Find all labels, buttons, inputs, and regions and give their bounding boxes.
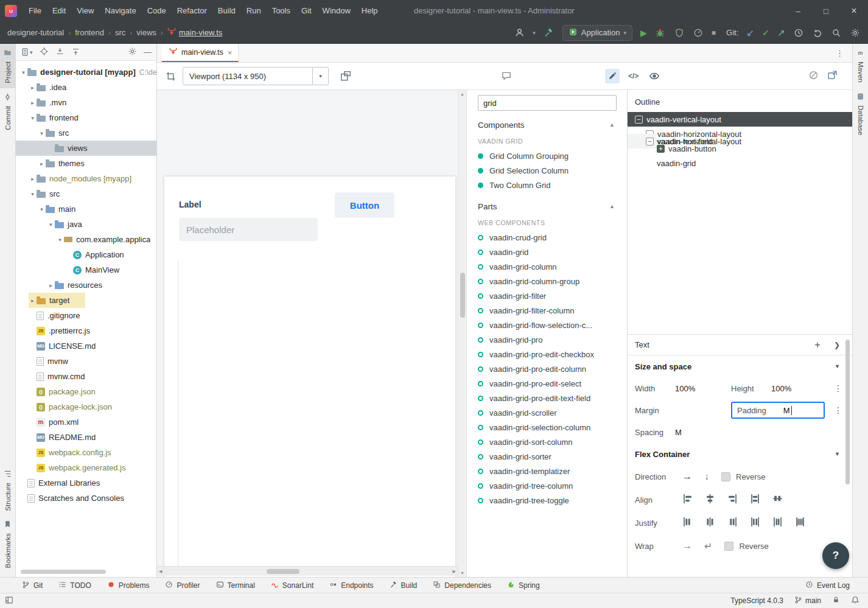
- tool-window-button[interactable]: Structure: [0, 465, 15, 516]
- build-hammer-icon[interactable]: [544, 27, 555, 38]
- preview-eye-icon[interactable]: [647, 69, 662, 83]
- scroll-down-icon[interactable]: ▼: [460, 571, 464, 575]
- nowrap-icon[interactable]: →: [682, 540, 692, 551]
- tree-chevron-icon[interactable]: ▾: [47, 222, 55, 228]
- tree-chevron-icon[interactable]: ▸: [29, 100, 37, 106]
- menu-item[interactable]: Navigate: [99, 0, 141, 22]
- tree-item[interactable]: JSwebpack.generated.js: [16, 460, 156, 475]
- palette-item[interactable]: vaadin-grid-pro: [467, 332, 627, 347]
- height-value[interactable]: 100%: [771, 384, 827, 393]
- disable-overlay-icon[interactable]: [808, 70, 819, 82]
- menu-item[interactable]: File: [23, 0, 47, 22]
- design-canvas[interactable]: Label Placeholder Button ◀ ▶: [157, 90, 458, 577]
- tree-item[interactable]: CApplication: [16, 247, 156, 262]
- row-kebab-icon[interactable]: ⋮: [834, 405, 842, 415]
- collapse-all-icon[interactable]: [55, 47, 65, 58]
- outline-node[interactable]: −vaadin-vertical-layout: [628, 112, 852, 127]
- project-settings-gear-icon[interactable]: [128, 47, 137, 58]
- palette-item[interactable]: vaadin-grid-templatizer: [467, 464, 627, 478]
- viewport-crop-icon[interactable]: [163, 69, 178, 83]
- git-update-icon[interactable]: ↙: [746, 27, 754, 38]
- canvas-button[interactable]: Button: [335, 192, 394, 218]
- breadcrumb-item[interactable]: src: [115, 28, 125, 37]
- tool-window-button[interactable]: Event Log: [805, 581, 850, 590]
- lock-icon[interactable]: [832, 596, 840, 606]
- chevron-down-icon[interactable]: ▼: [835, 363, 840, 369]
- tree-chevron-icon[interactable]: ▾: [29, 115, 37, 121]
- tool-window-button[interactable]: TODO: [58, 581, 91, 590]
- breadcrumb-file[interactable]: main-view.ts: [167, 27, 223, 38]
- scroll-right-icon[interactable]: ▶: [453, 569, 456, 574]
- git-commit-icon[interactable]: ✓: [762, 27, 770, 38]
- menu-item[interactable]: Build: [212, 0, 241, 22]
- padding-input[interactable]: Padding M: [731, 402, 825, 419]
- tree-item[interactable]: ▾java: [16, 217, 156, 232]
- comment-icon[interactable]: [499, 69, 514, 83]
- palette-item[interactable]: vaadin-grid-pro-edit-column: [467, 362, 627, 376]
- palette-item[interactable]: vaadin-grid-column-group: [467, 274, 627, 288]
- direction-reverse-checkbox[interactable]: [721, 472, 730, 481]
- palette-item[interactable]: vaadin-grid-filter: [467, 288, 627, 303]
- tool-window-button[interactable]: Commit: [0, 88, 15, 135]
- typescript-version[interactable]: TypeScript 4.0.3: [730, 596, 783, 605]
- settings-gear-icon[interactable]: [850, 27, 861, 38]
- palette-item[interactable]: vaadin-grid-scroller: [467, 405, 627, 420]
- justify-start-icon[interactable]: [682, 517, 693, 529]
- tool-window-button[interactable]: Terminal: [216, 581, 255, 590]
- tool-window-button[interactable]: Endpoints: [329, 581, 373, 590]
- debug-bug-icon[interactable]: [655, 27, 666, 38]
- history-clock-icon[interactable]: [793, 27, 804, 38]
- justify-between-icon[interactable]: [750, 517, 760, 529]
- tree-item[interactable]: ▸target: [16, 293, 156, 308]
- tree-item[interactable]: .gitignore: [16, 308, 156, 323]
- tree-item[interactable]: views: [16, 141, 156, 156]
- stop-button[interactable]: ■: [712, 29, 716, 37]
- tree-chevron-icon[interactable]: ▾: [56, 237, 64, 243]
- tree-item[interactable]: ▾main: [16, 201, 156, 217]
- justify-around-icon[interactable]: [772, 517, 783, 529]
- tool-window-button[interactable]: Bookmarks: [0, 515, 15, 573]
- tree-chevron-icon[interactable]: ▾: [19, 69, 27, 75]
- notifications-bell-icon[interactable]: [851, 596, 859, 606]
- row-kebab-icon[interactable]: ⋮: [834, 383, 842, 393]
- wrap-reverse-checkbox[interactable]: [724, 542, 733, 551]
- tree-item[interactable]: {}package-lock.json: [16, 399, 156, 414]
- menu-item[interactable]: Code: [142, 0, 172, 22]
- wrap-icon[interactable]: ↵: [704, 540, 712, 552]
- palette-item[interactable]: vaadin-grid-column: [467, 259, 627, 274]
- menu-item[interactable]: View: [71, 0, 99, 22]
- expand-all-icon[interactable]: [71, 47, 80, 58]
- chevron-down-icon[interactable]: ▾: [533, 30, 536, 36]
- tree-item[interactable]: mvnw: [16, 354, 156, 369]
- tool-window-button[interactable]: Dependencies: [433, 581, 491, 590]
- tool-window-button[interactable]: Problems: [107, 581, 150, 590]
- menu-item[interactable]: Help: [356, 0, 383, 22]
- chevron-right-icon[interactable]: ❯: [834, 341, 840, 349]
- tree-item[interactable]: External Libraries: [16, 475, 156, 491]
- properties-header[interactable]: Text + ❯: [628, 335, 852, 355]
- tree-item[interactable]: JSwebpack.config.js: [16, 445, 156, 460]
- palette-item[interactable]: vaadin-grid-pro-edit-text-field: [467, 391, 627, 405]
- select-opened-file-icon[interactable]: ▾: [21, 45, 33, 60]
- palette-item[interactable]: vaadin-grid: [467, 245, 627, 259]
- align-center-icon[interactable]: [705, 494, 715, 506]
- menu-item[interactable]: Refactor: [172, 0, 212, 22]
- editor-options-kebab-icon[interactable]: ⋮: [827, 44, 852, 62]
- tree-chevron-icon[interactable]: ▸: [38, 161, 46, 167]
- tool-window-button[interactable]: Database: [853, 88, 868, 140]
- hscroll-thumb[interactable]: [267, 569, 299, 574]
- text-field-input[interactable]: Placeholder: [179, 218, 318, 241]
- vscroll-thumb[interactable]: [460, 273, 465, 318]
- tool-window-button[interactable]: Build: [390, 581, 418, 590]
- tree-item[interactable]: ▾src: [16, 125, 156, 141]
- close-button[interactable]: ×: [840, 0, 868, 22]
- tree-item[interactable]: ▾designer-tutorial [myapp]C:\dev\: [16, 65, 156, 80]
- tree-chevron-icon[interactable]: ▸: [47, 282, 55, 288]
- help-button[interactable]: ?: [822, 542, 849, 569]
- user-icon[interactable]: [514, 27, 525, 38]
- maximize-button[interactable]: □: [812, 0, 840, 22]
- tool-window-button[interactable]: SonarLint: [271, 581, 313, 590]
- tree-item[interactable]: ▸.mvn: [16, 95, 156, 110]
- orientation-icon[interactable]: [338, 69, 353, 83]
- palette-item[interactable]: vaadin-grid-tree-column: [467, 478, 627, 493]
